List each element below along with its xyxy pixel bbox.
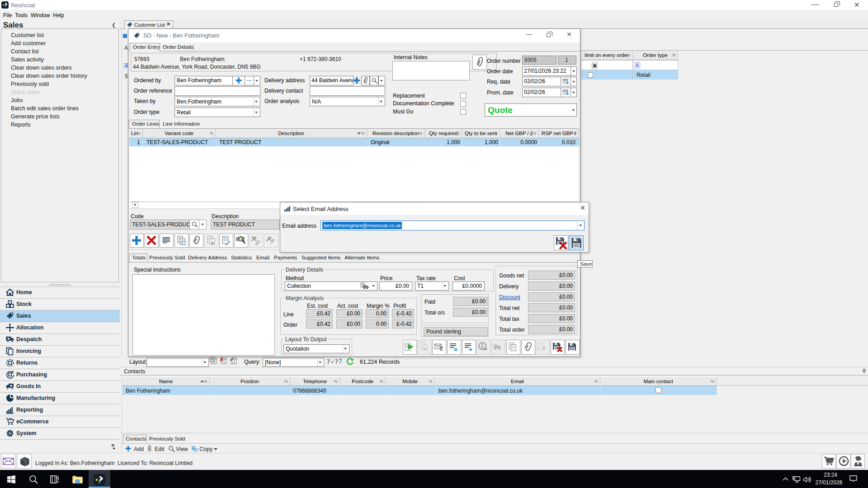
svg-text:£: £	[240, 236, 242, 241]
svg-text:?: ?	[327, 358, 330, 365]
svg-text:?: ?	[335, 358, 338, 365]
svg-text:£: £	[481, 343, 484, 350]
